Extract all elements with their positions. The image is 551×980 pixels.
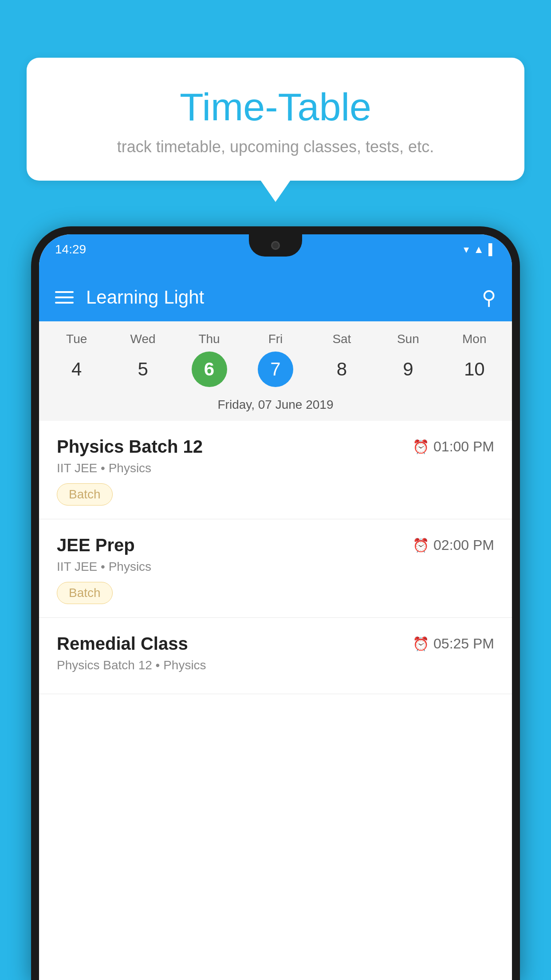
class-time: ⏰05:25 PM xyxy=(413,636,494,652)
phone-outer: 14:29 ▾ ▲ ▌ xyxy=(31,226,520,980)
class-name: JEE Prep xyxy=(57,535,135,555)
app-bar: Learning Light ⚲ xyxy=(39,273,512,321)
search-button[interactable]: ⚲ xyxy=(482,286,496,309)
calendar-section: Tue4Wed5Thu6Fri7Sat8Sun9Mon10 Friday, 07… xyxy=(39,321,512,421)
class-time: ⏰01:00 PM xyxy=(413,439,494,455)
class-time: ⏰02:00 PM xyxy=(413,537,494,553)
day-col-sat[interactable]: Sat8 xyxy=(309,332,374,387)
time-text: 05:25 PM xyxy=(433,636,494,652)
day-number[interactable]: 7 xyxy=(258,352,293,387)
days-row: Tue4Wed5Thu6Fri7Sat8Sun9Mon10 xyxy=(39,321,512,391)
day-col-wed[interactable]: Wed5 xyxy=(110,332,175,387)
date-label: Friday, 07 June 2019 xyxy=(39,391,512,421)
notch-cutout xyxy=(249,234,302,257)
batch-badge: Batch xyxy=(57,582,113,604)
class-meta: Physics Batch 12 • Physics xyxy=(57,658,494,672)
class-item[interactable]: Physics Batch 12⏰01:00 PMIIT JEE • Physi… xyxy=(39,421,512,519)
class-item-header: Remedial Class⏰05:25 PM xyxy=(57,634,494,654)
day-number[interactable]: 5 xyxy=(125,352,161,387)
hamburger-line-2 xyxy=(55,296,74,298)
camera-notch xyxy=(271,241,280,250)
class-item-header: Physics Batch 12⏰01:00 PM xyxy=(57,437,494,457)
time-text: 02:00 PM xyxy=(433,537,494,553)
day-number[interactable]: 4 xyxy=(59,352,94,387)
time-text: 01:00 PM xyxy=(433,439,494,455)
status-time: 14:29 xyxy=(55,242,86,257)
day-name: Fri xyxy=(268,332,283,346)
app-title: Learning Light xyxy=(86,287,204,308)
day-name: Tue xyxy=(66,332,87,346)
day-name: Mon xyxy=(462,332,486,346)
signal-icon: ▲ xyxy=(473,243,484,256)
day-col-thu[interactable]: Thu6 xyxy=(177,332,241,387)
day-name: Wed xyxy=(130,332,156,346)
hamburger-line-1 xyxy=(55,291,74,293)
class-meta: IIT JEE • Physics xyxy=(57,560,494,574)
day-name: Thu xyxy=(198,332,220,346)
status-icons: ▾ ▲ ▌ xyxy=(464,243,496,256)
speech-bubble-container: Time-Table track timetable, upcoming cla… xyxy=(27,58,524,181)
wifi-icon: ▾ xyxy=(464,243,469,256)
day-number[interactable]: 8 xyxy=(324,352,359,387)
phone-inner: 14:29 ▾ ▲ ▌ xyxy=(39,234,512,980)
day-name: Sun xyxy=(397,332,419,346)
clock-icon: ⏰ xyxy=(413,537,429,553)
phone-wrapper: 14:29 ▾ ▲ ▌ xyxy=(31,226,520,980)
day-number[interactable]: 9 xyxy=(390,352,426,387)
clock-icon: ⏰ xyxy=(413,636,429,652)
day-col-mon[interactable]: Mon10 xyxy=(442,332,507,387)
hamburger-line-3 xyxy=(55,302,74,304)
notch-bar: 14:29 ▾ ▲ ▌ xyxy=(39,234,512,273)
batch-badge: Batch xyxy=(57,483,113,506)
class-item-header: JEE Prep⏰02:00 PM xyxy=(57,535,494,555)
hamburger-menu-button[interactable] xyxy=(55,291,74,304)
day-name: Sat xyxy=(332,332,351,346)
bubble-title: Time-Table xyxy=(62,84,489,130)
class-item[interactable]: Remedial Class⏰05:25 PMPhysics Batch 12 … xyxy=(39,618,512,694)
clock-icon: ⏰ xyxy=(413,439,429,454)
day-col-fri[interactable]: Fri7 xyxy=(243,332,308,387)
class-item[interactable]: JEE Prep⏰02:00 PMIIT JEE • PhysicsBatch xyxy=(39,519,512,618)
bubble-subtitle: track timetable, upcoming classes, tests… xyxy=(62,138,489,156)
speech-bubble: Time-Table track timetable, upcoming cla… xyxy=(27,58,524,181)
app-bar-left: Learning Light xyxy=(55,287,204,308)
class-meta: IIT JEE • Physics xyxy=(57,461,494,475)
class-name: Remedial Class xyxy=(57,634,188,654)
day-number[interactable]: 6 xyxy=(192,352,227,387)
battery-icon: ▌ xyxy=(488,243,496,256)
classes-list: Physics Batch 12⏰01:00 PMIIT JEE • Physi… xyxy=(39,421,512,694)
day-col-tue[interactable]: Tue4 xyxy=(44,332,109,387)
day-number[interactable]: 10 xyxy=(457,352,492,387)
day-col-sun[interactable]: Sun9 xyxy=(376,332,441,387)
class-name: Physics Batch 12 xyxy=(57,437,203,457)
